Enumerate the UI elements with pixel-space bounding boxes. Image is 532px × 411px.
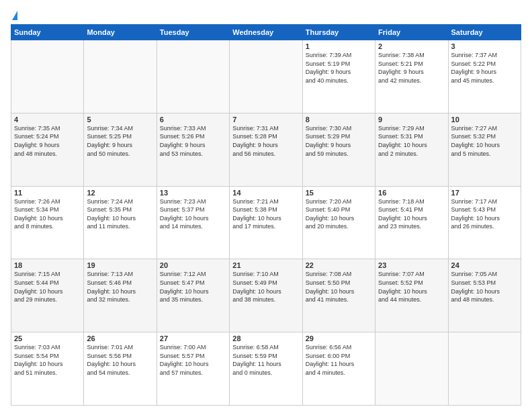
page: SundayMondayTuesdayWednesdayThursdayFrid… xyxy=(0,0,532,411)
calendar-header-monday: Monday xyxy=(84,25,157,40)
calendar-week-row: 18Sunrise: 7:15 AM Sunset: 5:44 PM Dayli… xyxy=(11,259,521,332)
calendar-cell: 7Sunrise: 7:31 AM Sunset: 5:28 PM Daylig… xyxy=(230,113,302,186)
day-info: Sunrise: 7:30 AM Sunset: 5:29 PM Dayligh… xyxy=(306,124,372,158)
calendar-header-thursday: Thursday xyxy=(302,25,375,40)
calendar-cell: 28Sunrise: 6:58 AM Sunset: 5:59 PM Dayli… xyxy=(230,332,302,406)
day-info: Sunrise: 7:24 AM Sunset: 5:35 PM Dayligh… xyxy=(87,197,153,231)
day-info: Sunrise: 7:38 AM Sunset: 5:21 PM Dayligh… xyxy=(378,51,445,85)
calendar-header-saturday: Saturday xyxy=(448,25,521,40)
calendar-cell: 14Sunrise: 7:21 AM Sunset: 5:38 PM Dayli… xyxy=(230,186,302,259)
day-number: 10 xyxy=(451,116,518,124)
calendar-cell: 29Sunrise: 6:56 AM Sunset: 6:00 PM Dayli… xyxy=(302,332,375,406)
day-info: Sunrise: 7:21 AM Sunset: 5:38 PM Dayligh… xyxy=(232,197,299,231)
day-info: Sunrise: 7:13 AM Sunset: 5:46 PM Dayligh… xyxy=(87,270,153,304)
calendar-cell: 3Sunrise: 7:37 AM Sunset: 5:22 PM Daylig… xyxy=(448,40,521,113)
day-number: 18 xyxy=(14,261,81,269)
logo-triangle-icon xyxy=(12,11,17,20)
day-info: Sunrise: 6:58 AM Sunset: 5:59 PM Dayligh… xyxy=(232,343,299,377)
day-info: Sunrise: 7:17 AM Sunset: 5:43 PM Dayligh… xyxy=(451,197,518,231)
calendar-cell xyxy=(230,40,302,113)
day-info: Sunrise: 7:26 AM Sunset: 5:34 PM Dayligh… xyxy=(14,197,81,231)
calendar-cell: 8Sunrise: 7:30 AM Sunset: 5:29 PM Daylig… xyxy=(302,113,375,186)
day-info: Sunrise: 7:20 AM Sunset: 5:40 PM Dayligh… xyxy=(306,197,372,231)
day-number: 14 xyxy=(232,189,299,197)
calendar-cell: 19Sunrise: 7:13 AM Sunset: 5:46 PM Dayli… xyxy=(84,259,157,332)
calendar-cell: 9Sunrise: 7:29 AM Sunset: 5:31 PM Daylig… xyxy=(375,113,448,186)
day-info: Sunrise: 7:15 AM Sunset: 5:44 PM Dayligh… xyxy=(14,270,81,304)
calendar-cell: 22Sunrise: 7:08 AM Sunset: 5:50 PM Dayli… xyxy=(302,259,375,332)
day-number: 4 xyxy=(14,116,81,124)
day-number: 24 xyxy=(451,261,518,269)
calendar-cell: 2Sunrise: 7:38 AM Sunset: 5:21 PM Daylig… xyxy=(375,40,448,113)
day-number: 7 xyxy=(232,116,299,124)
day-number: 28 xyxy=(232,334,299,342)
day-info: Sunrise: 7:34 AM Sunset: 5:25 PM Dayligh… xyxy=(87,124,153,158)
day-info: Sunrise: 7:33 AM Sunset: 5:26 PM Dayligh… xyxy=(160,124,226,158)
day-number: 20 xyxy=(160,261,226,269)
calendar-header-wednesday: Wednesday xyxy=(230,25,302,40)
calendar-cell: 24Sunrise: 7:05 AM Sunset: 5:53 PM Dayli… xyxy=(448,259,521,332)
calendar-cell: 11Sunrise: 7:26 AM Sunset: 5:34 PM Dayli… xyxy=(11,186,84,259)
day-number: 5 xyxy=(87,116,153,124)
calendar-cell xyxy=(375,332,448,406)
day-number: 16 xyxy=(378,189,445,197)
calendar-cell: 4Sunrise: 7:35 AM Sunset: 5:24 PM Daylig… xyxy=(11,113,84,186)
day-info: Sunrise: 7:10 AM Sunset: 5:49 PM Dayligh… xyxy=(232,270,299,304)
day-number: 19 xyxy=(87,261,153,269)
day-number: 29 xyxy=(306,334,372,342)
day-number: 9 xyxy=(378,116,445,124)
day-number: 25 xyxy=(14,334,81,342)
day-info: Sunrise: 7:39 AM Sunset: 5:19 PM Dayligh… xyxy=(306,51,372,85)
calendar-cell: 6Sunrise: 7:33 AM Sunset: 5:26 PM Daylig… xyxy=(157,113,229,186)
day-number: 3 xyxy=(451,42,518,50)
day-number: 2 xyxy=(378,42,445,50)
day-number: 11 xyxy=(14,189,81,197)
day-info: Sunrise: 7:00 AM Sunset: 5:57 PM Dayligh… xyxy=(160,343,226,377)
day-number: 1 xyxy=(306,42,372,50)
calendar-header-row: SundayMondayTuesdayWednesdayThursdayFrid… xyxy=(11,25,521,40)
calendar-cell xyxy=(157,40,229,113)
day-number: 27 xyxy=(160,334,226,342)
logo xyxy=(11,11,17,20)
calendar-cell: 15Sunrise: 7:20 AM Sunset: 5:40 PM Dayli… xyxy=(302,186,375,259)
day-number: 26 xyxy=(87,334,153,342)
day-info: Sunrise: 7:31 AM Sunset: 5:28 PM Dayligh… xyxy=(232,124,299,158)
day-number: 13 xyxy=(160,189,226,197)
day-info: Sunrise: 7:12 AM Sunset: 5:47 PM Dayligh… xyxy=(160,270,226,304)
calendar-cell: 23Sunrise: 7:07 AM Sunset: 5:52 PM Dayli… xyxy=(375,259,448,332)
calendar-cell: 12Sunrise: 7:24 AM Sunset: 5:35 PM Dayli… xyxy=(84,186,157,259)
calendar-cell: 1Sunrise: 7:39 AM Sunset: 5:19 PM Daylig… xyxy=(302,40,375,113)
header xyxy=(11,11,521,20)
calendar-cell xyxy=(11,40,84,113)
calendar-week-row: 25Sunrise: 7:03 AM Sunset: 5:54 PM Dayli… xyxy=(11,332,521,406)
calendar-cell: 10Sunrise: 7:27 AM Sunset: 5:32 PM Dayli… xyxy=(448,113,521,186)
calendar-cell: 16Sunrise: 7:18 AM Sunset: 5:41 PM Dayli… xyxy=(375,186,448,259)
calendar-cell: 26Sunrise: 7:01 AM Sunset: 5:56 PM Dayli… xyxy=(84,332,157,406)
day-number: 23 xyxy=(378,261,445,269)
calendar-table: SundayMondayTuesdayWednesdayThursdayFrid… xyxy=(11,24,521,406)
calendar-week-row: 4Sunrise: 7:35 AM Sunset: 5:24 PM Daylig… xyxy=(11,113,521,186)
day-info: Sunrise: 7:37 AM Sunset: 5:22 PM Dayligh… xyxy=(451,51,518,85)
day-info: Sunrise: 7:08 AM Sunset: 5:50 PM Dayligh… xyxy=(306,270,372,304)
calendar-week-row: 1Sunrise: 7:39 AM Sunset: 5:19 PM Daylig… xyxy=(11,40,521,113)
day-info: Sunrise: 7:07 AM Sunset: 5:52 PM Dayligh… xyxy=(378,270,445,304)
day-number: 6 xyxy=(160,116,226,124)
day-info: Sunrise: 6:56 AM Sunset: 6:00 PM Dayligh… xyxy=(306,343,372,377)
day-info: Sunrise: 7:18 AM Sunset: 5:41 PM Dayligh… xyxy=(378,197,445,231)
day-number: 15 xyxy=(306,189,372,197)
day-info: Sunrise: 7:35 AM Sunset: 5:24 PM Dayligh… xyxy=(14,124,81,158)
calendar-cell xyxy=(448,332,521,406)
calendar-cell: 20Sunrise: 7:12 AM Sunset: 5:47 PM Dayli… xyxy=(157,259,229,332)
day-info: Sunrise: 7:23 AM Sunset: 5:37 PM Dayligh… xyxy=(160,197,226,231)
calendar-cell: 25Sunrise: 7:03 AM Sunset: 5:54 PM Dayli… xyxy=(11,332,84,406)
calendar-header-friday: Friday xyxy=(375,25,448,40)
day-info: Sunrise: 7:29 AM Sunset: 5:31 PM Dayligh… xyxy=(378,124,445,158)
day-info: Sunrise: 7:05 AM Sunset: 5:53 PM Dayligh… xyxy=(451,270,518,304)
day-info: Sunrise: 7:27 AM Sunset: 5:32 PM Dayligh… xyxy=(451,124,518,158)
calendar-cell: 5Sunrise: 7:34 AM Sunset: 5:25 PM Daylig… xyxy=(84,113,157,186)
day-number: 22 xyxy=(306,261,372,269)
calendar-cell: 18Sunrise: 7:15 AM Sunset: 5:44 PM Dayli… xyxy=(11,259,84,332)
calendar-cell: 27Sunrise: 7:00 AM Sunset: 5:57 PM Dayli… xyxy=(157,332,229,406)
day-info: Sunrise: 7:03 AM Sunset: 5:54 PM Dayligh… xyxy=(14,343,81,377)
calendar-cell xyxy=(84,40,157,113)
